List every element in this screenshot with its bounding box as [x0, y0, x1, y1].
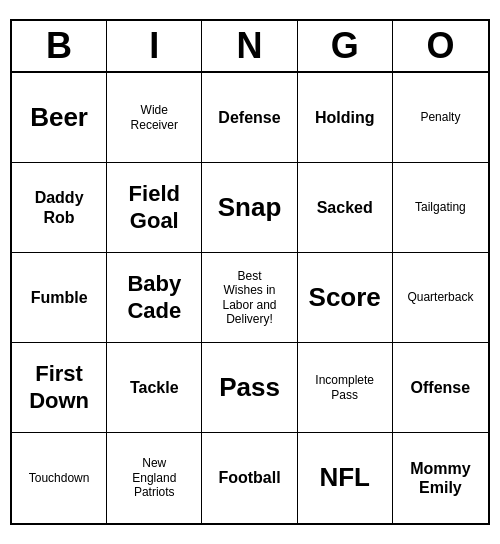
bingo-cell: Penalty [393, 73, 488, 163]
bingo-cell: Defense [202, 73, 297, 163]
bingo-cell: Mommy Emily [393, 433, 488, 523]
bingo-header: BINGO [12, 21, 488, 73]
cell-text: Beer [30, 102, 88, 133]
bingo-cell: Fumble [12, 253, 107, 343]
bingo-cell: First Down [12, 343, 107, 433]
cell-text: Tailgating [415, 200, 466, 214]
bingo-cell: Incomplete Pass [298, 343, 393, 433]
bingo-cell: NFL [298, 433, 393, 523]
cell-text: Quarterback [407, 290, 473, 304]
cell-text: Pass [219, 372, 280, 403]
cell-text: First Down [29, 361, 89, 414]
cell-text: Best Wishes in Labor and Delivery! [222, 269, 276, 327]
header-letter: B [12, 21, 107, 71]
header-letter: G [298, 21, 393, 71]
bingo-cell: Holding [298, 73, 393, 163]
bingo-cell: New England Patriots [107, 433, 202, 523]
cell-text: Snap [218, 192, 282, 223]
bingo-cell: Score [298, 253, 393, 343]
cell-text: Baby Cade [127, 271, 181, 324]
cell-text: NFL [319, 462, 370, 493]
bingo-cell: Quarterback [393, 253, 488, 343]
bingo-cell: Football [202, 433, 297, 523]
cell-text: Field Goal [129, 181, 180, 234]
cell-text: Fumble [31, 288, 88, 307]
bingo-cell: Touchdown [12, 433, 107, 523]
bingo-cell: Wide Receiver [107, 73, 202, 163]
bingo-cell: Field Goal [107, 163, 202, 253]
bingo-cell: Sacked [298, 163, 393, 253]
cell-text: Sacked [317, 198, 373, 217]
cell-text: New England Patriots [132, 456, 176, 499]
bingo-cell: Pass [202, 343, 297, 433]
header-letter: O [393, 21, 488, 71]
cell-text: Offense [411, 378, 471, 397]
bingo-cell: Tackle [107, 343, 202, 433]
cell-text: Football [218, 468, 280, 487]
header-letter: I [107, 21, 202, 71]
bingo-cell: Snap [202, 163, 297, 253]
bingo-cell: Best Wishes in Labor and Delivery! [202, 253, 297, 343]
cell-text: Tackle [130, 378, 179, 397]
bingo-cell: Baby Cade [107, 253, 202, 343]
cell-text: Defense [218, 108, 280, 127]
cell-text: Incomplete Pass [315, 373, 374, 402]
bingo-cell: Tailgating [393, 163, 488, 253]
bingo-cell: Beer [12, 73, 107, 163]
cell-text: Touchdown [29, 471, 90, 485]
cell-text: Daddy Rob [35, 188, 84, 226]
bingo-grid: BeerWide ReceiverDefenseHoldingPenaltyDa… [12, 73, 488, 523]
bingo-cell: Daddy Rob [12, 163, 107, 253]
header-letter: N [202, 21, 297, 71]
bingo-card: BINGO BeerWide ReceiverDefenseHoldingPen… [10, 19, 490, 525]
bingo-cell: Offense [393, 343, 488, 433]
cell-text: Holding [315, 108, 375, 127]
cell-text: Penalty [420, 110, 460, 124]
cell-text: Mommy Emily [410, 459, 470, 497]
cell-text: Wide Receiver [131, 103, 178, 132]
cell-text: Score [309, 282, 381, 313]
